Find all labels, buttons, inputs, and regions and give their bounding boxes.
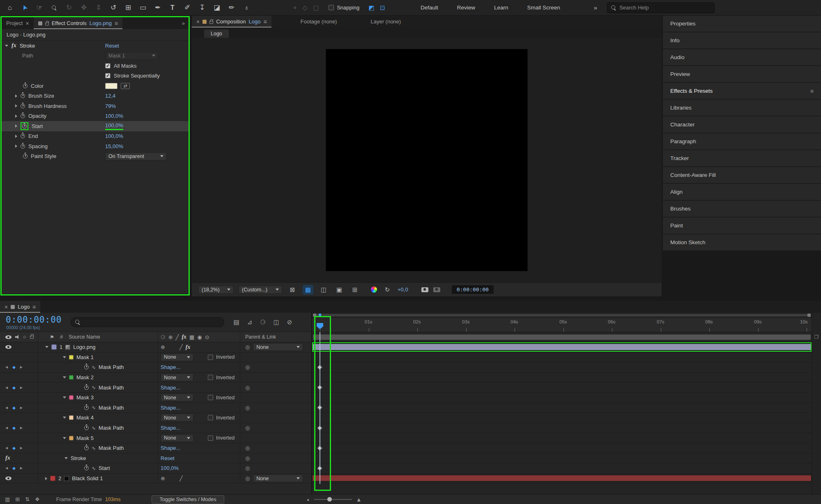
- puppet-pin-tool[interactable]: ♀: [239, 2, 254, 14]
- track-row-mask-path-3[interactable]: [312, 403, 812, 413]
- property-row-opacity[interactable]: Opacity 100,0%: [2, 111, 189, 121]
- zoom-in-icon[interactable]: ▲: [356, 496, 362, 503]
- workspace-small-screen[interactable]: Small Screen: [527, 5, 560, 11]
- roto-brush-tool[interactable]: ✏: [224, 2, 239, 14]
- next-keyframe-icon[interactable]: ▶: [20, 406, 23, 410]
- mask-color-swatch[interactable]: [69, 355, 74, 360]
- path-select[interactable]: Mask 1: [105, 52, 159, 60]
- mask-color-swatch[interactable]: [69, 375, 74, 380]
- mask-color-swatch[interactable]: [69, 395, 74, 400]
- label-column-icon[interactable]: ⚑: [50, 334, 54, 340]
- timeline-search[interactable]: [71, 317, 224, 327]
- twirl-icon[interactable]: [63, 356, 66, 358]
- keyframe-toggle-icon[interactable]: ◆: [12, 385, 16, 390]
- twirl-icon[interactable]: [15, 124, 17, 128]
- quality-switch-icon[interactable]: ╱: [179, 475, 183, 481]
- property-value[interactable]: Shape...: [161, 405, 180, 411]
- resolution-select[interactable]: (Custom...): [239, 286, 282, 294]
- mask-path-row-2[interactable]: ◀ ◆ ▶ ∿ Mask Path Shape... ◎: [0, 383, 311, 393]
- number-column-header[interactable]: #: [60, 334, 63, 340]
- hide-shy-layers-icon[interactable]: ⚆: [260, 318, 265, 326]
- panel-tab-properties[interactable]: Properties: [663, 16, 821, 32]
- effect-stroke-row[interactable]: fx Stroke Reset: [2, 41, 189, 51]
- property-value[interactable]: Shape...: [161, 445, 180, 451]
- property-row-color[interactable]: Color ⇄: [2, 81, 189, 91]
- track-row-mask-3[interactable]: [312, 393, 812, 403]
- panel-tab-tracker[interactable]: Tracker: [663, 150, 821, 167]
- twirl-icon[interactable]: [15, 115, 17, 118]
- panel-tab-character[interactable]: Character: [663, 117, 821, 133]
- rotation-tool[interactable]: ↺: [106, 2, 121, 14]
- snap-bounds-icon[interactable]: ⊡: [380, 4, 385, 11]
- graph-icon[interactable]: ∿: [92, 425, 96, 431]
- pickwhip-icon[interactable]: ◎: [245, 465, 250, 471]
- type-tool[interactable]: T: [165, 2, 180, 14]
- property-name[interactable]: Mask Path: [99, 405, 124, 411]
- pickwhip-icon[interactable]: ◎: [245, 344, 250, 350]
- twirl-icon[interactable]: [45, 346, 48, 348]
- timeline-search-input[interactable]: [83, 319, 207, 325]
- keyframe-toggle-icon[interactable]: ◆: [12, 446, 16, 450]
- property-value[interactable]: 100,0%: [105, 113, 123, 119]
- panel-tab-paragraph[interactable]: Paragraph: [663, 133, 821, 150]
- mask-mode-select[interactable]: None: [161, 394, 193, 401]
- prev-keyframe-icon[interactable]: ◀: [5, 466, 8, 470]
- property-row-all-masks[interactable]: All Masks: [2, 61, 189, 71]
- zoom-slider[interactable]: [314, 499, 352, 500]
- home-button[interactable]: ⌂: [2, 2, 17, 14]
- mask-mode-select[interactable]: None: [161, 373, 193, 381]
- keyframe-toggle-icon[interactable]: ◆: [12, 365, 16, 369]
- hand-tool[interactable]: ☞: [32, 2, 47, 14]
- panel-tab-motion-sketch[interactable]: Motion Sketch: [663, 234, 821, 251]
- effect-reset-link[interactable]: Reset: [161, 455, 175, 461]
- prev-keyframe-icon[interactable]: ◀: [5, 365, 8, 369]
- panel-tab-libraries[interactable]: Libraries: [663, 100, 821, 117]
- viewer-timecode[interactable]: 0:00:00:00: [452, 285, 494, 294]
- stopwatch-icon[interactable]: [84, 446, 89, 450]
- next-keyframe-icon[interactable]: ▶: [20, 365, 23, 369]
- keyframe-toggle-icon[interactable]: ◆: [12, 405, 16, 410]
- mask-mode-select[interactable]: None: [161, 434, 193, 442]
- expand-switches-icon[interactable]: ▥: [5, 496, 10, 502]
- tab-effect-controls[interactable]: Effect Controls Logo.png ≡: [34, 17, 122, 29]
- audio-column-icon[interactable]: [15, 335, 19, 339]
- twirl-icon[interactable]: [15, 144, 17, 148]
- layer-duration-bar[interactable]: [312, 475, 812, 482]
- exposure-value[interactable]: +0,0: [398, 286, 408, 293]
- layer-duration-bar[interactable]: [312, 344, 812, 351]
- mask-visibility-icon[interactable]: ◫: [318, 285, 329, 295]
- mask-mode-select[interactable]: None: [161, 414, 193, 422]
- graph-icon[interactable]: ∿: [92, 385, 96, 390]
- transparency-grid-icon[interactable]: ▦: [303, 285, 313, 295]
- track-row-mask-path-5[interactable]: [312, 443, 812, 454]
- mask-name[interactable]: Mask 5: [76, 435, 94, 441]
- twirl-icon[interactable]: [63, 437, 66, 439]
- mask-name[interactable]: Mask 4: [76, 415, 94, 421]
- panel-tab-info[interactable]: Info: [663, 32, 821, 49]
- time-ruler[interactable]: 01s 02s 03s 04s 05s 06s 07s 08s 09s 10s: [312, 318, 812, 332]
- mask-name[interactable]: Mask 3: [76, 394, 94, 401]
- rulers-icon[interactable]: ⊞: [350, 285, 360, 295]
- twirl-icon[interactable]: [63, 417, 66, 419]
- tab-project[interactable]: Project ×: [2, 17, 34, 29]
- property-value[interactable]: Shape...: [161, 425, 180, 431]
- all-masks-checkbox[interactable]: [105, 63, 110, 69]
- exposure-reset-icon[interactable]: ↻: [382, 285, 393, 295]
- property-value[interactable]: Shape...: [161, 385, 180, 391]
- track-row-mask-path-4[interactable]: [312, 423, 812, 433]
- zoom-tool[interactable]: [47, 2, 62, 14]
- eyedropper-icon[interactable]: ⇄: [121, 83, 130, 89]
- property-value[interactable]: 15,00%: [105, 143, 123, 149]
- keyframe-toggle-icon[interactable]: ◆: [12, 426, 16, 430]
- mask-color-swatch[interactable]: [69, 436, 74, 440]
- property-row-brush-size[interactable]: Brush Size 12,4: [2, 91, 189, 101]
- snapshot-icon[interactable]: [421, 287, 428, 292]
- prev-keyframe-icon[interactable]: ◀: [5, 406, 8, 410]
- effect-reset-link[interactable]: Reset: [105, 43, 119, 49]
- toggle-switches-modes-button[interactable]: Toggle Switches / Modes: [152, 495, 224, 504]
- selection-tool[interactable]: ➤: [17, 2, 32, 14]
- layer-label-chip[interactable]: [50, 476, 55, 481]
- panel-menu-icon[interactable]: ≡: [810, 88, 814, 94]
- track-row-mask-path-2[interactable]: [312, 383, 812, 393]
- pickwhip-icon[interactable]: ◎: [245, 475, 250, 481]
